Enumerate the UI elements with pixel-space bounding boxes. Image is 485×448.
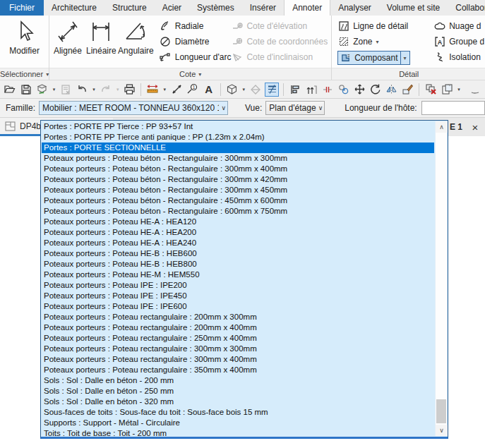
type-list-item[interactable]: Poteaux porteurs : Poteau rectangulaire … — [42, 333, 434, 344]
type-list-item[interactable]: Poteaux porteurs : Poteau HE-B : HEB800 — [42, 259, 434, 270]
ribbon-tab[interactable]: Volume et site — [379, 0, 448, 16]
hote-input[interactable] — [421, 101, 485, 115]
type-list-item[interactable]: Poteaux porteurs : Poteau béton - Rectan… — [42, 206, 434, 217]
ribbon-tab[interactable]: Analyser — [330, 0, 379, 16]
close-icon[interactable]: × — [469, 121, 481, 133]
delete-icon[interactable] — [424, 83, 438, 97]
nuage-revision-button[interactable]: Nuage d — [433, 20, 484, 32]
type-list-item[interactable]: Portes : PORTE SECTIONNELLE — [42, 143, 434, 153]
vue-combobox[interactable]: Plan d'étage ∨ — [265, 101, 325, 115]
alignee-button[interactable]: Alignée — [51, 17, 84, 66]
type-list-item[interactable]: Sols : Sol : Dalle en béton - 320 mm — [42, 396, 434, 407]
chevron-down-icon[interactable]: ▾ — [162, 87, 167, 92]
isolation-button[interactable]: Isolation — [433, 51, 484, 63]
ribbon-tab[interactable]: Fichier — [0, 0, 44, 16]
angular-dimension-icon — [124, 20, 147, 44]
type-list-item[interactable]: Poteaux porteurs : Poteau IPE : IPE450 — [42, 291, 434, 301]
tag-icon[interactable]: 1 — [186, 83, 200, 97]
composant-dropdown-button[interactable]: ▾ — [401, 51, 410, 65]
ribbon-tab[interactable]: Architecture — [44, 0, 104, 16]
ribbon-tab[interactable]: Systèmes — [189, 0, 242, 16]
type-list-item[interactable]: Poteaux porteurs : Poteau IPE : IPE200 — [42, 280, 434, 291]
type-list-item[interactable]: Poteaux porteurs : Poteau rectangulaire … — [42, 365, 434, 375]
align-icon[interactable] — [288, 83, 302, 97]
zone-button[interactable]: Zone ▾ — [337, 35, 428, 48]
radiale-button[interactable]: Radiale — [160, 20, 232, 32]
type-list-item[interactable]: Poteaux porteurs : Poteau béton - Rectan… — [42, 174, 434, 185]
angulaire-button[interactable]: Angulaire — [118, 17, 154, 66]
composant-button[interactable]: Composant — [337, 51, 400, 65]
toolbar-separator — [140, 83, 141, 96]
ribbon-tab[interactable]: Collaborer — [448, 0, 485, 16]
paste-icon[interactable] — [440, 83, 454, 97]
type-list-item[interactable]: Sols : Sol : Dalle en béton - 250 mm — [42, 386, 434, 396]
save-icon[interactable] — [19, 83, 33, 97]
longueur-arc-button[interactable]: Longueur d'arc — [160, 51, 232, 63]
panel-cote: Alignée Linéaire Angulaire Ra — [49, 16, 332, 80]
ribbon-tab[interactable]: Insérer — [242, 0, 284, 16]
match-properties-icon[interactable] — [401, 83, 415, 97]
ligne-de-detail-button[interactable]: Ligne de détail — [337, 20, 428, 32]
groupe-details-button[interactable]: A Groupe d — [433, 35, 484, 48]
chevron-down-icon[interactable]: ▾ — [51, 87, 56, 92]
print-icon[interactable] — [123, 83, 137, 97]
type-list-item[interactable]: Poteaux porteurs : Poteau HE-A : HEA120 — [42, 217, 434, 227]
panel-label-selectionner[interactable]: Sélectionner▾ — [0, 68, 49, 80]
type-list-item[interactable]: Poteaux porteurs : Poteau rectangulaire … — [42, 312, 434, 322]
famille-combobox[interactable]: Mobilier : MEET ROOM - TONNEAU 360x120 1… — [39, 101, 228, 115]
modifier-button[interactable]: Modifier — [5, 17, 44, 66]
ribbon-tab[interactable]: Annoter — [284, 0, 330, 16]
move-icon[interactable] — [352, 83, 366, 97]
type-list-item[interactable]: Portes : PORTE PP Tierce anti panique : … — [42, 132, 434, 143]
chevron-down-icon: ∨ — [219, 104, 226, 111]
undo-icon[interactable] — [75, 83, 89, 97]
sync-icon[interactable] — [35, 83, 49, 97]
ribbon-tab-bar: FichierArchitectureStructureAcierSystème… — [0, 0, 485, 16]
type-list-item[interactable]: Poteaux porteurs : Poteau HE-A : HEA200 — [42, 227, 434, 238]
scrollbar-thumb[interactable] — [436, 399, 446, 423]
text-icon[interactable]: A — [202, 83, 216, 97]
type-list-item[interactable]: Poteaux porteurs : Poteau rectangulaire … — [42, 322, 434, 333]
type-list-item[interactable]: Poteaux porteurs : Poteau rectangulaire … — [42, 344, 434, 354]
type-list-item[interactable]: Poteaux porteurs : Poteau béton - Rectan… — [42, 153, 434, 164]
lineaire-button[interactable]: Linéaire — [85, 17, 118, 66]
aligned-dimension-icon[interactable] — [169, 83, 184, 97]
scroll-up-icon[interactable]: ∧ — [436, 121, 448, 133]
thin-lines-icon[interactable] — [265, 83, 279, 97]
mirror-icon[interactable] — [385, 83, 399, 97]
open-icon[interactable] — [3, 83, 17, 97]
type-list-item[interactable]: Poteaux porteurs : Poteau béton - Rectan… — [42, 195, 434, 206]
rotate-icon[interactable] — [369, 83, 383, 97]
type-list-item[interactable]: Poteaux porteurs : Poteau HE-B : HEB600 — [42, 248, 434, 259]
chevron-down-icon[interactable]: ▾ — [241, 87, 246, 92]
diametre-button[interactable]: Diamètre — [160, 35, 232, 48]
type-list-item[interactable]: Poteaux porteurs : Poteau béton - Rectan… — [42, 164, 434, 174]
ribbon-tab[interactable]: Acier — [155, 0, 189, 16]
ribbon: Modifier Sélectionner▾ Alignée Linéaire — [0, 16, 485, 80]
type-list-item[interactable]: Toits : Toit de base : Toit - 200 mm — [42, 428, 434, 436]
type-list-item[interactable]: Poteaux porteurs : Poteau IPE : IPE600 — [42, 301, 434, 312]
view-tab-title-right: E 1 — [450, 122, 462, 132]
type-list-item[interactable]: Supports : Support - Métal - Circulaire — [42, 418, 434, 428]
detail-group-icon: A — [433, 36, 445, 48]
chevron-down-icon[interactable]: ▾ — [91, 87, 97, 92]
type-list-item[interactable]: Sous-faces de toits : Sous-face du toit … — [42, 407, 434, 418]
dropdown-scrollbar[interactable]: ∧ ∨ — [435, 121, 447, 436]
type-list-item[interactable]: Sols : Sol : Dalle en béton - 200 mm — [42, 375, 434, 386]
type-list-item[interactable]: Poteaux porteurs : Poteau HE-A : HEA240 — [42, 238, 434, 248]
type-list-item[interactable]: Poteaux porteurs : Poteau HE-M : HEM550 — [42, 270, 434, 280]
panel-label-cote[interactable]: Cote▾ — [49, 68, 331, 80]
measure-icon[interactable] — [145, 83, 160, 97]
floor-plan-view-icon — [5, 121, 16, 131]
type-list-item[interactable]: Portes : PORTE PP Tierce : PP 93+57 Int — [42, 121, 434, 132]
default-3d-view-icon[interactable] — [225, 83, 239, 97]
spot-elevation-icon — [231, 20, 243, 32]
ribbon-tab[interactable]: Structure — [104, 0, 155, 16]
copy-icon[interactable] — [336, 83, 350, 97]
split-icon[interactable] — [321, 83, 335, 97]
chevron-down-icon[interactable]: ▾ — [456, 87, 462, 92]
type-list-item[interactable]: Poteaux porteurs : Poteau rectangulaire … — [42, 354, 434, 365]
type-list-item[interactable]: Poteaux porteurs : Poteau béton - Rectan… — [42, 185, 434, 195]
offset-icon[interactable] — [304, 83, 318, 97]
scroll-down-icon[interactable]: ∨ — [436, 425, 448, 436]
